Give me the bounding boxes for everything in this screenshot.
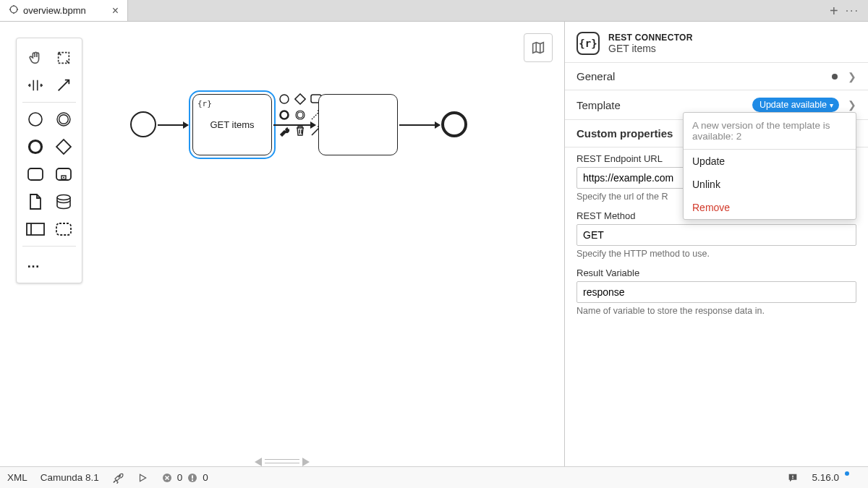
field-hint: Name of variable to store the response d… bbox=[576, 306, 856, 316]
ctx-gateway-icon[interactable] bbox=[294, 93, 307, 106]
element-name: GET items bbox=[608, 43, 693, 54]
ctx-end-event-icon[interactable] bbox=[278, 108, 291, 121]
version-label[interactable]: 5.16.0 bbox=[812, 472, 848, 483]
field-hint: Specify the HTTP method to use. bbox=[576, 249, 856, 259]
element-type-icon: {r} bbox=[576, 32, 600, 55]
bpmn-end-event[interactable] bbox=[441, 111, 467, 137]
svg-point-26 bbox=[119, 475, 121, 476]
properties-header: {r} REST CONNECTOR GET items bbox=[565, 22, 868, 63]
template-remove-option[interactable]: Remove bbox=[684, 196, 856, 219]
feedback-icon bbox=[787, 472, 799, 484]
template-action-popup: A new version of the template is availab… bbox=[683, 112, 856, 220]
error-icon bbox=[161, 472, 173, 484]
diagram-content: {r} GET items ⋯ bbox=[0, 22, 564, 466]
svg-rect-31 bbox=[793, 475, 793, 477]
svg-rect-29 bbox=[192, 475, 193, 479]
engine-selector[interactable]: Camunda 8.1 bbox=[41, 472, 99, 483]
problems-indicator[interactable]: 0 0 bbox=[161, 472, 208, 484]
svg-point-3 bbox=[9, 9, 11, 10]
close-tab-icon[interactable]: × bbox=[112, 4, 119, 17]
ctx-intermediate-event-icon[interactable] bbox=[294, 108, 307, 121]
template-unlink-option[interactable]: Unlink bbox=[684, 173, 856, 196]
data-indicator-icon bbox=[832, 74, 838, 80]
warning-count: 0 bbox=[203, 472, 208, 483]
template-update-option[interactable]: Update bbox=[684, 150, 856, 173]
feedback-button[interactable] bbox=[787, 472, 799, 484]
svg-rect-32 bbox=[793, 478, 793, 479]
play-icon bbox=[137, 472, 148, 484]
main-area: … {r} GET items ⋯ bbox=[0, 22, 868, 466]
deploy-button[interactable] bbox=[112, 472, 124, 484]
ctx-trash-icon[interactable] bbox=[294, 124, 307, 137]
section-label: Template bbox=[576, 99, 621, 111]
tab-menu-button[interactable]: ··· bbox=[846, 4, 859, 17]
warning-icon bbox=[187, 472, 198, 484]
svg-point-22 bbox=[281, 111, 289, 119]
new-tab-button[interactable]: + bbox=[830, 4, 838, 18]
template-marker-icon: {r} bbox=[197, 99, 212, 108]
run-button[interactable] bbox=[137, 472, 148, 484]
properties-panel: {r} REST CONNECTOR GET items General ❯ T… bbox=[564, 22, 868, 466]
ctx-wrench-icon[interactable] bbox=[278, 124, 291, 137]
bpmn-sequence-flow[interactable] bbox=[399, 124, 440, 126]
element-type-label: REST CONNECTOR bbox=[608, 33, 693, 43]
template-update-pill[interactable]: Update available ▾ bbox=[752, 98, 839, 112]
status-bar: XML Camunda 8.1 0 0 5.16.0 bbox=[0, 466, 868, 488]
svg-rect-30 bbox=[192, 479, 193, 481]
bpmn-task[interactable] bbox=[318, 94, 398, 155]
popup-message: A new version of the template is availab… bbox=[684, 113, 856, 149]
file-tab[interactable]: overview.bpmn × bbox=[0, 0, 128, 21]
panel-resize-handle[interactable] bbox=[265, 459, 299, 463]
error-count: 0 bbox=[177, 472, 183, 483]
section-general[interactable]: General ❯ bbox=[565, 63, 868, 90]
xml-toggle[interactable]: XML bbox=[7, 472, 27, 483]
diagram-canvas[interactable]: … {r} GET items ⋯ bbox=[0, 22, 564, 466]
bpmn-file-icon bbox=[9, 4, 19, 17]
chevron-right-icon: ❯ bbox=[848, 71, 856, 82]
chevron-right-icon: ❯ bbox=[848, 99, 856, 111]
section-label: General bbox=[576, 70, 615, 82]
file-tab-title: overview.bpmn bbox=[23, 5, 86, 16]
bpmn-start-event[interactable] bbox=[130, 111, 156, 137]
svg-point-2 bbox=[13, 12, 14, 14]
bpmn-sequence-flow[interactable] bbox=[158, 124, 188, 126]
svg-point-0 bbox=[10, 6, 17, 13]
bpmn-sequence-flow[interactable] bbox=[273, 124, 315, 126]
rocket-icon bbox=[112, 472, 124, 484]
section-label: Custom properties bbox=[576, 127, 673, 140]
svg-point-1 bbox=[13, 5, 14, 7]
svg-point-24 bbox=[297, 112, 303, 118]
field-label: Result Variable bbox=[576, 267, 856, 278]
update-dot-icon bbox=[845, 471, 849, 476]
svg-point-4 bbox=[17, 9, 18, 10]
bpmn-task-label: GET items bbox=[210, 119, 254, 130]
result-variable-input[interactable] bbox=[576, 281, 856, 303]
svg-rect-19 bbox=[295, 94, 305, 104]
ctx-start-event-icon[interactable] bbox=[278, 93, 291, 106]
tab-bar: overview.bpmn × + ··· bbox=[0, 0, 868, 22]
bpmn-task-selected[interactable]: {r} GET items bbox=[192, 94, 272, 155]
svg-point-18 bbox=[280, 95, 289, 103]
rest-method-input[interactable] bbox=[576, 224, 856, 246]
caret-down-icon: ▾ bbox=[830, 101, 833, 109]
